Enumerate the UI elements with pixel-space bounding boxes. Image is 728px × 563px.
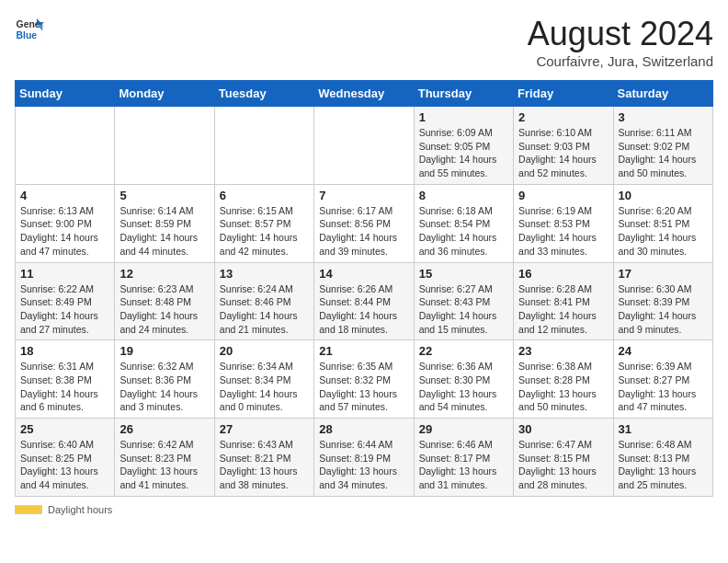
calendar-cell: 5Sunrise: 6:14 AMSunset: 8:59 PMDaylight… [115, 184, 214, 262]
calendar-week-row: 4Sunrise: 6:13 AMSunset: 9:00 PMDaylight… [16, 184, 713, 262]
day-number: 13 [220, 267, 309, 281]
day-info: Sunrise: 6:28 AMSunset: 8:41 PMDaylight:… [518, 282, 608, 337]
day-number: 15 [419, 267, 508, 281]
calendar-cell: 28Sunrise: 6:44 AMSunset: 8:19 PMDayligh… [314, 419, 414, 497]
day-info: Sunrise: 6:30 AMSunset: 8:39 PMDaylight:… [619, 282, 708, 337]
day-number: 30 [518, 422, 608, 436]
day-info: Sunrise: 6:36 AMSunset: 8:30 PMDaylight:… [419, 360, 508, 414]
calendar-cell: 19Sunrise: 6:32 AMSunset: 8:36 PMDayligh… [115, 340, 214, 419]
title-block: August 2024 Courfaivre, Jura, Switzerlan… [528, 15, 713, 69]
calendar-week-row: 11Sunrise: 6:22 AMSunset: 8:49 PMDayligh… [16, 262, 713, 340]
weekday-header: Saturday [613, 81, 712, 107]
day-number: 28 [319, 422, 408, 436]
day-number: 9 [518, 189, 608, 202]
calendar-cell [16, 107, 115, 185]
calendar-cell: 24Sunrise: 6:39 AMSunset: 8:27 PMDayligh… [613, 340, 712, 419]
calendar-cell [214, 107, 313, 185]
calendar-cell: 22Sunrise: 6:36 AMSunset: 8:30 PMDayligh… [414, 340, 513, 419]
day-info: Sunrise: 6:48 AMSunset: 8:13 PMDaylight:… [619, 438, 708, 492]
day-info: Sunrise: 6:40 AMSunset: 8:25 PMDaylight:… [20, 438, 109, 492]
calendar-week-row: 1Sunrise: 6:09 AMSunset: 9:05 PMDaylight… [16, 107, 713, 185]
day-info: Sunrise: 6:19 AMSunset: 8:53 PMDaylight:… [518, 204, 608, 259]
weekday-header: Wednesday [314, 81, 414, 107]
day-number: 1 [419, 110, 508, 124]
calendar-cell: 4Sunrise: 6:13 AMSunset: 9:00 PMDaylight… [16, 184, 115, 262]
day-info: Sunrise: 6:11 AMSunset: 9:02 PMDaylight:… [619, 126, 708, 180]
day-info: Sunrise: 6:44 AMSunset: 8:19 PMDaylight:… [319, 438, 408, 492]
day-info: Sunrise: 6:10 AMSunset: 9:03 PMDaylight:… [518, 126, 608, 180]
daylight-bar-icon [15, 505, 42, 514]
day-info: Sunrise: 6:34 AMSunset: 8:34 PMDaylight:… [220, 360, 309, 414]
calendar-week-row: 18Sunrise: 6:31 AMSunset: 8:38 PMDayligh… [16, 340, 713, 419]
calendar-cell [115, 107, 214, 185]
calendar-cell: 31Sunrise: 6:48 AMSunset: 8:13 PMDayligh… [613, 419, 712, 497]
day-info: Sunrise: 6:47 AMSunset: 8:15 PMDaylight:… [518, 438, 608, 492]
calendar-cell: 12Sunrise: 6:23 AMSunset: 8:48 PMDayligh… [115, 262, 214, 340]
day-info: Sunrise: 6:18 AMSunset: 8:54 PMDaylight:… [419, 204, 508, 259]
day-number: 18 [20, 344, 109, 358]
day-info: Sunrise: 6:15 AMSunset: 8:57 PMDaylight:… [220, 204, 309, 259]
day-number: 14 [319, 267, 408, 281]
calendar-cell: 21Sunrise: 6:35 AMSunset: 8:32 PMDayligh… [314, 340, 414, 419]
calendar-cell: 10Sunrise: 6:20 AMSunset: 8:51 PMDayligh… [613, 184, 712, 262]
weekday-header: Friday [514, 81, 613, 107]
day-number: 6 [220, 189, 309, 202]
day-number: 22 [419, 344, 508, 358]
day-number: 27 [220, 422, 309, 436]
day-info: Sunrise: 6:09 AMSunset: 9:05 PMDaylight:… [419, 126, 508, 180]
calendar-cell: 1Sunrise: 6:09 AMSunset: 9:05 PMDaylight… [414, 107, 513, 185]
calendar-table: SundayMondayTuesdayWednesdayThursdayFrid… [15, 80, 713, 497]
day-number: 8 [419, 189, 508, 202]
calendar-cell: 25Sunrise: 6:40 AMSunset: 8:25 PMDayligh… [16, 419, 115, 497]
logo-icon: General Blue [15, 15, 44, 44]
day-info: Sunrise: 6:20 AMSunset: 8:51 PMDaylight:… [619, 204, 708, 259]
calendar-title: August 2024 [528, 15, 713, 53]
day-info: Sunrise: 6:39 AMSunset: 8:27 PMDaylight:… [619, 360, 708, 414]
calendar-week-row: 25Sunrise: 6:40 AMSunset: 8:25 PMDayligh… [16, 419, 713, 497]
day-number: 4 [20, 189, 109, 202]
daylight-label: Daylight hours [48, 504, 112, 515]
day-number: 11 [20, 267, 109, 281]
day-number: 10 [619, 189, 708, 202]
calendar-cell: 29Sunrise: 6:46 AMSunset: 8:17 PMDayligh… [414, 419, 513, 497]
day-info: Sunrise: 6:26 AMSunset: 8:44 PMDaylight:… [319, 282, 408, 337]
day-info: Sunrise: 6:46 AMSunset: 8:17 PMDaylight:… [419, 438, 508, 492]
day-info: Sunrise: 6:32 AMSunset: 8:36 PMDaylight:… [119, 360, 209, 414]
calendar-cell: 30Sunrise: 6:47 AMSunset: 8:15 PMDayligh… [514, 419, 613, 497]
day-number: 7 [319, 189, 408, 202]
weekday-header: Thursday [414, 81, 513, 107]
day-number: 19 [119, 344, 209, 358]
day-number: 16 [518, 267, 608, 281]
day-number: 12 [119, 267, 209, 281]
calendar-cell: 9Sunrise: 6:19 AMSunset: 8:53 PMDaylight… [514, 184, 613, 262]
weekday-header: Tuesday [214, 81, 313, 107]
svg-text:Blue: Blue [17, 30, 38, 40]
calendar-cell: 11Sunrise: 6:22 AMSunset: 8:49 PMDayligh… [16, 262, 115, 340]
logo: General Blue [15, 15, 44, 44]
calendar-cell [314, 107, 414, 185]
calendar-cell: 14Sunrise: 6:26 AMSunset: 8:44 PMDayligh… [314, 262, 414, 340]
calendar-cell: 16Sunrise: 6:28 AMSunset: 8:41 PMDayligh… [514, 262, 613, 340]
calendar-cell: 8Sunrise: 6:18 AMSunset: 8:54 PMDaylight… [414, 184, 513, 262]
calendar-cell: 13Sunrise: 6:24 AMSunset: 8:46 PMDayligh… [214, 262, 313, 340]
day-info: Sunrise: 6:27 AMSunset: 8:43 PMDaylight:… [419, 282, 508, 337]
calendar-cell: 20Sunrise: 6:34 AMSunset: 8:34 PMDayligh… [214, 340, 313, 419]
calendar-cell: 2Sunrise: 6:10 AMSunset: 9:03 PMDaylight… [514, 107, 613, 185]
day-number: 24 [619, 344, 708, 358]
day-number: 31 [619, 422, 708, 436]
day-number: 21 [319, 344, 408, 358]
day-number: 23 [518, 344, 608, 358]
day-info: Sunrise: 6:31 AMSunset: 8:38 PMDaylight:… [20, 360, 109, 414]
calendar-cell: 18Sunrise: 6:31 AMSunset: 8:38 PMDayligh… [16, 340, 115, 419]
day-info: Sunrise: 6:23 AMSunset: 8:48 PMDaylight:… [119, 282, 209, 337]
calendar-cell: 23Sunrise: 6:38 AMSunset: 8:28 PMDayligh… [514, 340, 613, 419]
day-number: 26 [119, 422, 209, 436]
day-number: 17 [619, 267, 708, 281]
day-number: 20 [220, 344, 309, 358]
weekday-header: Monday [115, 81, 214, 107]
day-info: Sunrise: 6:14 AMSunset: 8:59 PMDaylight:… [119, 204, 209, 259]
day-number: 5 [119, 189, 209, 202]
calendar-cell: 7Sunrise: 6:17 AMSunset: 8:56 PMDaylight… [314, 184, 414, 262]
calendar-cell: 26Sunrise: 6:42 AMSunset: 8:23 PMDayligh… [115, 419, 214, 497]
weekday-header-row: SundayMondayTuesdayWednesdayThursdayFrid… [16, 81, 713, 107]
